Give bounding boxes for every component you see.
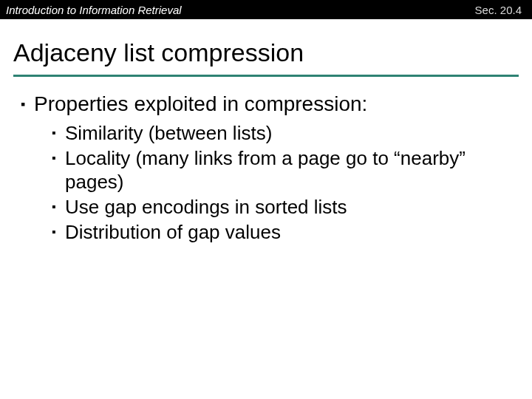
bullet-item: ▪ Properties exploited in compression: — [21, 92, 511, 117]
sub-bullet-list: ▪ Similarity (between lists) ▪ Locality … — [21, 120, 511, 244]
bullet-text: Properties exploited in compression: — [34, 92, 367, 117]
content-area: ▪ Properties exploited in compression: ▪… — [0, 77, 532, 244]
bullet-icon: ▪ — [21, 92, 34, 117]
sub-bullet-item: ▪ Locality (many links from a page go to… — [52, 146, 511, 194]
sub-bullet-text: Use gap encodings in sorted lists — [65, 195, 347, 219]
bullet-icon: ▪ — [52, 146, 65, 170]
slide-header: Introduction to Information Retrieval Se… — [0, 0, 532, 19]
bullet-icon: ▪ — [52, 121, 65, 145]
sub-bullet-text: Locality (many links from a page go to “… — [65, 146, 511, 194]
sub-bullet-item: ▪ Similarity (between lists) — [52, 121, 511, 145]
sub-bullet-item: ▪ Use gap encodings in sorted lists — [52, 195, 511, 219]
title-area: Adjaceny list compression — [0, 19, 532, 72]
section-label: Sec. 20.4 — [475, 4, 526, 16]
course-title: Introduction to Information Retrieval — [6, 4, 182, 16]
sub-bullet-text: Similarity (between lists) — [65, 121, 272, 145]
slide-title: Adjaceny list compression — [13, 38, 519, 67]
sub-bullet-item: ▪ Distribution of gap values — [52, 220, 511, 244]
bullet-icon: ▪ — [52, 220, 65, 244]
sub-bullet-text: Distribution of gap values — [65, 220, 281, 244]
bullet-icon: ▪ — [52, 195, 65, 219]
